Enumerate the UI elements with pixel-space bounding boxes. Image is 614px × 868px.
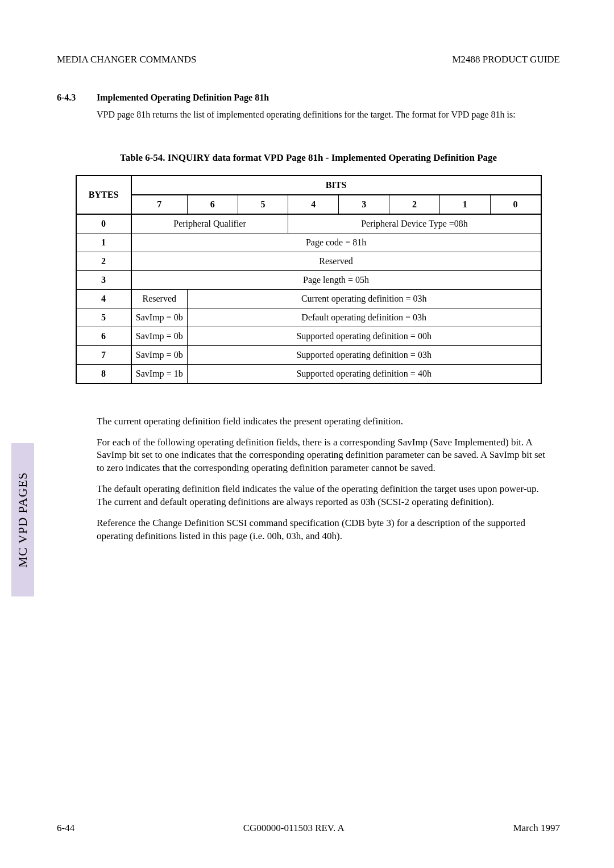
table-row: 8 SavImp = 1b Supported operating defini… [76, 364, 541, 383]
byte-cell: 2 [76, 252, 131, 270]
table-row: 1 Page code = 81h [76, 233, 541, 252]
vpd-table: BYTES BITS 7 6 5 4 3 2 1 0 0 Peripheral … [76, 175, 542, 384]
footer-right: March 1997 [513, 823, 560, 834]
byte-cell: 7 [76, 345, 131, 364]
data-cell: Peripheral Qualifier [131, 214, 288, 233]
paragraph: The default operating definition field i… [97, 483, 554, 509]
section-number: 6-4.3 [57, 93, 97, 103]
table-caption: Table 6-54. INQUIRY data format VPD Page… [57, 152, 560, 164]
bit-col: 5 [238, 195, 288, 214]
paragraph: For each of the following operating defi… [97, 436, 554, 475]
header-left: MEDIA CHANGER COMMANDS [57, 54, 197, 65]
data-cell: SavImp = 0b [131, 345, 188, 364]
page-footer: 6-44 CG00000-011503 REV. A March 1997 [57, 823, 560, 834]
byte-cell: 6 [76, 327, 131, 345]
data-cell: SavImp = 0b [131, 308, 188, 327]
page-header: MEDIA CHANGER COMMANDS M2488 PRODUCT GUI… [57, 54, 560, 65]
byte-cell: 8 [76, 364, 131, 383]
data-cell: Supported operating definition = 00h [187, 327, 541, 345]
side-tab: MC VPD PAGES [11, 443, 34, 596]
data-cell: Default operating definition = 03h [187, 308, 541, 327]
bit-col: 0 [490, 195, 541, 214]
data-cell: SavImp = 0b [131, 327, 188, 345]
table-row: 0 Peripheral Qualifier Peripheral Device… [76, 214, 541, 233]
side-tab-label: MC VPD PAGES [15, 472, 30, 568]
data-cell: SavImp = 1b [131, 364, 188, 383]
bit-cols-row: 7 6 5 4 3 2 1 0 [76, 195, 541, 214]
table-row: 6 SavImp = 0b Supported operating defini… [76, 327, 541, 345]
table-row: 7 SavImp = 0b Supported operating defini… [76, 345, 541, 364]
section-title: Implemented Operating Definition Page 81… [97, 93, 269, 103]
section-heading: 6-4.3 Implemented Operating Definition P… [57, 93, 560, 103]
byte-cell: 0 [76, 214, 131, 233]
table-row: 3 Page length = 05h [76, 270, 541, 289]
data-cell: Peripheral Device Type =08h [288, 214, 541, 233]
data-cell: Current operating definition = 03h [187, 289, 541, 308]
data-cell: Page length = 05h [131, 270, 541, 289]
bit-col: 4 [288, 195, 339, 214]
table-row: 2 Reserved [76, 252, 541, 270]
byte-cell: 3 [76, 270, 131, 289]
bit-col: 7 [131, 195, 188, 214]
data-cell: Supported operating definition = 03h [187, 345, 541, 364]
footer-left: 6-44 [57, 823, 74, 834]
data-cell: Reserved [131, 252, 541, 270]
data-cell: Supported operating definition = 40h [187, 364, 541, 383]
byte-cell: 5 [76, 308, 131, 327]
section-intro: VPD page 81h returns the list of impleme… [97, 108, 560, 121]
table-row: 4 Reserved Current operating definition … [76, 289, 541, 308]
data-cell: Page code = 81h [131, 233, 541, 252]
footer-center: CG00000-011503 REV. A [243, 823, 345, 834]
table-row: 5 SavImp = 0b Default operating definiti… [76, 308, 541, 327]
byte-cell: 4 [76, 289, 131, 308]
bit-col: 3 [339, 195, 389, 214]
byte-cell: 1 [76, 233, 131, 252]
paragraph: Reference the Change Definition SCSI com… [97, 517, 554, 543]
bits-header: BITS [131, 176, 541, 195]
bit-col: 2 [389, 195, 440, 214]
bit-col: 1 [439, 195, 490, 214]
bytes-header: BYTES [76, 176, 131, 214]
data-cell: Reserved [131, 289, 188, 308]
header-right: M2488 PRODUCT GUIDE [452, 54, 560, 65]
paragraph: The current operating definition field i… [97, 415, 554, 428]
bit-col: 6 [187, 195, 238, 214]
